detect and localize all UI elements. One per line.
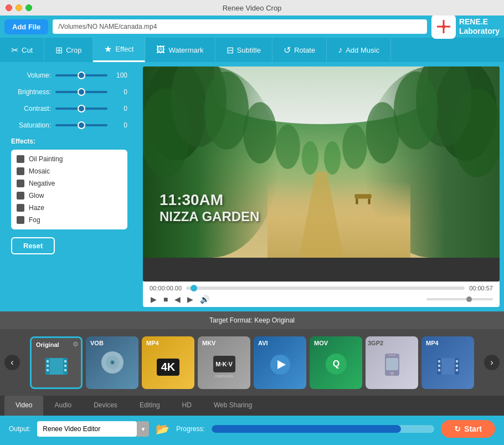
- output-input[interactable]: [37, 421, 137, 437]
- refresh-icon: ↻: [454, 424, 461, 433]
- traffic-lights: [6, 4, 32, 11]
- format-item-mp4-4k[interactable]: MP4 4K: [142, 336, 194, 389]
- frame-next-button[interactable]: ▶: [186, 294, 194, 305]
- tab-subtitle[interactable]: ⊟ Subtitle: [215, 38, 272, 62]
- format-item-original[interactable]: ⚙ Original: [30, 336, 83, 389]
- format-item-mkv[interactable]: MKV M·K·V matroska: [198, 336, 250, 389]
- output-tab-web-sharing[interactable]: Web Sharing: [203, 396, 263, 416]
- timeline-track[interactable]: [186, 287, 465, 290]
- effect-mosaic[interactable]: Mosaic: [16, 165, 123, 177]
- logo-area: RENE.E Laboratory: [431, 14, 500, 39]
- format-next-button[interactable]: ›: [484, 355, 500, 370]
- subtitle-icon: ⊟: [227, 45, 234, 55]
- volume-slider[interactable]: [55, 74, 107, 76]
- add-file-button[interactable]: Add File: [4, 19, 48, 34]
- tab-cut[interactable]: ✂ Cut: [0, 38, 44, 62]
- vob-label: VOB: [90, 340, 104, 346]
- avi-label: AVI: [258, 340, 268, 346]
- tab-crop[interactable]: ⊞ Crop: [44, 38, 93, 62]
- format-label: Target Format: Keep Original: [209, 316, 295, 324]
- haze-label: Haze: [29, 204, 44, 212]
- brightness-label: Brightness:: [11, 88, 51, 96]
- close-button[interactable]: [6, 4, 12, 11]
- folder-button[interactable]: 📂: [156, 422, 169, 436]
- volume-value: 100: [112, 71, 127, 79]
- maximize-button[interactable]: [25, 4, 32, 11]
- tab-effect[interactable]: ★ Effect: [93, 38, 145, 62]
- title-bar: Renee Video Crop: [0, 0, 504, 16]
- svg-rect-48: [456, 360, 458, 362]
- effect-oil-painting[interactable]: Oil Painting: [16, 153, 123, 165]
- format-item-3gp2[interactable]: 3GP2: [366, 336, 418, 389]
- output-dropdown-button[interactable]: ▼: [137, 421, 149, 437]
- effect-negative[interactable]: Negative: [16, 177, 123, 190]
- contrast-label: Contrast:: [11, 105, 51, 112]
- effect-icon: ★: [104, 44, 112, 54]
- format-item-avi[interactable]: AVI: [254, 336, 306, 389]
- svg-rect-26: [47, 369, 49, 371]
- format-item-mp4[interactable]: MP4: [421, 336, 474, 389]
- haze-checkbox[interactable]: [17, 204, 24, 212]
- output-tab-devices[interactable]: Devices: [83, 396, 128, 416]
- brightness-value: 0: [112, 88, 127, 96]
- svg-rect-28: [64, 365, 66, 367]
- play-button[interactable]: ▶: [150, 294, 158, 305]
- glow-checkbox[interactable]: [17, 192, 24, 200]
- logo-text: RENE.E Laboratory: [459, 17, 500, 36]
- minimize-button[interactable]: [16, 4, 22, 11]
- tab-watermark[interactable]: 🖼 Watermark: [145, 38, 215, 62]
- effects-label: Effects:: [11, 137, 127, 145]
- output-tab-hd[interactable]: HD: [171, 396, 203, 416]
- tab-rotate[interactable]: ↺ Rotate: [272, 38, 327, 62]
- video-container: 11:30AM NIZZA GARDEN: [143, 67, 500, 282]
- effect-panel: Volume: 100 Brightness: 0 Contrast: 0 Sa…: [0, 62, 138, 311]
- window-title: Renee Video Crop: [223, 4, 282, 12]
- start-button[interactable]: ↻ Start: [441, 420, 495, 438]
- output-tab-video[interactable]: Video: [4, 396, 43, 416]
- format-prev-button[interactable]: ‹: [4, 355, 20, 370]
- format-section: ‹ ⚙ Original VOB: [0, 329, 504, 396]
- svg-text:Q: Q: [332, 359, 339, 369]
- progress-label: Progress:: [176, 425, 204, 433]
- brightness-slider[interactable]: [55, 91, 107, 93]
- effect-haze[interactable]: Haze: [16, 202, 123, 214]
- output-label: Output:: [9, 425, 30, 433]
- volume-button[interactable]: 🔊: [199, 294, 210, 305]
- stop-button[interactable]: ■: [162, 294, 169, 305]
- logo-icon: [431, 14, 456, 39]
- format-item-vob[interactable]: VOB: [86, 336, 138, 389]
- tab-add-music[interactable]: ♪ Add Music: [327, 38, 391, 62]
- svg-rect-50: [456, 369, 458, 371]
- negative-checkbox[interactable]: [17, 180, 24, 187]
- fog-checkbox[interactable]: [17, 216, 24, 224]
- time-total: 00:00:57: [469, 285, 493, 291]
- mp4-4k-label: MP4: [146, 340, 159, 346]
- effect-glow[interactable]: Glow: [16, 190, 123, 202]
- svg-rect-46: [438, 365, 440, 367]
- format-item-mov[interactable]: MOV Q: [310, 336, 362, 389]
- saturation-slider[interactable]: [55, 124, 107, 126]
- oil-painting-label: Oil Painting: [29, 155, 63, 163]
- fog-label: Fog: [29, 216, 40, 224]
- contrast-slider[interactable]: [55, 108, 107, 110]
- effects-list: Oil Painting Mosaic Negative Glow Haze F…: [11, 150, 127, 229]
- mkv-label: MKV: [202, 340, 215, 346]
- output-tab-editing[interactable]: Editing: [128, 396, 171, 416]
- contrast-value: 0: [112, 105, 127, 112]
- top-toolbar: Add File /Volumes/NO NAME/canada.mp4 REN…: [0, 16, 504, 38]
- effect-fog[interactable]: Fog: [16, 214, 123, 226]
- video-overlay-text: 11:30AM NIZZA GARDEN: [160, 191, 259, 224]
- frame-prev-button[interactable]: ◀: [173, 294, 182, 305]
- timeline-thumb[interactable]: [191, 285, 197, 291]
- video-overlay-time: 11:30AM: [160, 191, 259, 209]
- volume-track[interactable]: [426, 298, 493, 300]
- reset-button[interactable]: Reset: [11, 237, 55, 254]
- time-current: 00:00:00.00: [150, 285, 182, 291]
- oil-painting-checkbox[interactable]: [17, 155, 24, 163]
- saturation-label: Saturation:: [11, 121, 51, 129]
- mosaic-checkbox[interactable]: [17, 167, 24, 175]
- saturation-row: Saturation: 0: [11, 121, 127, 130]
- output-tab-audio[interactable]: Audio: [43, 396, 83, 416]
- volume-thumb[interactable]: [466, 296, 472, 302]
- original-label: Original: [36, 341, 59, 348]
